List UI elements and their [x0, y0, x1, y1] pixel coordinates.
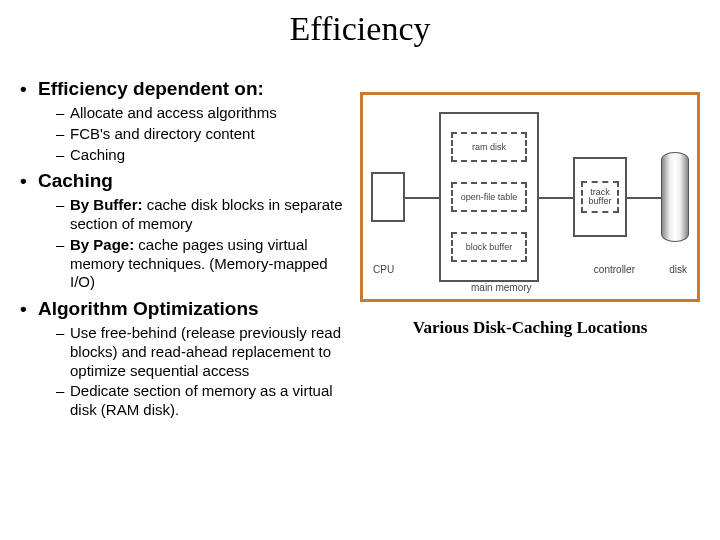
sub-item: FCB's and directory content — [56, 125, 350, 144]
figure-column: CPU ram disk open-file table block buffe… — [360, 78, 700, 426]
main-memory-label: main memory — [471, 282, 532, 293]
bullet-caching: Caching By Buffer: cache disk blocks in … — [20, 170, 350, 292]
sub-item: Allocate and access algorithms — [56, 104, 350, 123]
sub-item-bold: By Buffer: — [70, 196, 143, 213]
sub-item: By Buffer: cache disk blocks in separate… — [56, 196, 350, 234]
sub-item-bold: By Page: — [70, 236, 134, 253]
block-buffer-box: block buffer — [451, 232, 527, 262]
track-buffer-box: track buffer — [581, 181, 619, 213]
disk-caching-diagram: CPU ram disk open-file table block buffe… — [360, 92, 700, 302]
sub-item: By Page: cache pages using virtual memor… — [56, 236, 350, 292]
sub-item: Dedicate section of memory as a virtual … — [56, 382, 350, 420]
open-file-table-box: open-file table — [451, 182, 527, 212]
cylinder-icon — [661, 152, 689, 242]
content-row: Efficiency dependent on: Allocate and ac… — [20, 78, 700, 426]
bullet-header: Efficiency dependent on: — [20, 78, 350, 100]
sub-item: Caching — [56, 146, 350, 165]
sub-list: Allocate and access algorithms FCB's and… — [56, 104, 350, 164]
bullet-efficiency: Efficiency dependent on: Allocate and ac… — [20, 78, 350, 164]
bullet-header: Caching — [20, 170, 350, 192]
bullet-list: Efficiency dependent on: Allocate and ac… — [20, 78, 350, 420]
figure-caption: Various Disk-Caching Locations — [360, 318, 700, 338]
sub-list: Use free-behind (release previously read… — [56, 324, 350, 420]
disk-label: disk — [669, 264, 687, 275]
sub-item: Use free-behind (release previously read… — [56, 324, 350, 380]
cpu-box — [371, 172, 405, 222]
bullet-algo: Algorithm Optimizations Use free-behind … — [20, 298, 350, 420]
controller-label: controller — [594, 264, 635, 275]
ram-disk-box: ram disk — [451, 132, 527, 162]
controller-box: track buffer — [573, 157, 627, 237]
bullet-header: Algorithm Optimizations — [20, 298, 350, 320]
disk-cylinder — [661, 152, 689, 242]
main-memory-box: ram disk open-file table block buffer — [439, 112, 539, 282]
sub-list: By Buffer: cache disk blocks in separate… — [56, 196, 350, 292]
cpu-label: CPU — [373, 264, 394, 275]
page-title: Efficiency — [20, 10, 700, 48]
text-column: Efficiency dependent on: Allocate and ac… — [20, 78, 350, 426]
